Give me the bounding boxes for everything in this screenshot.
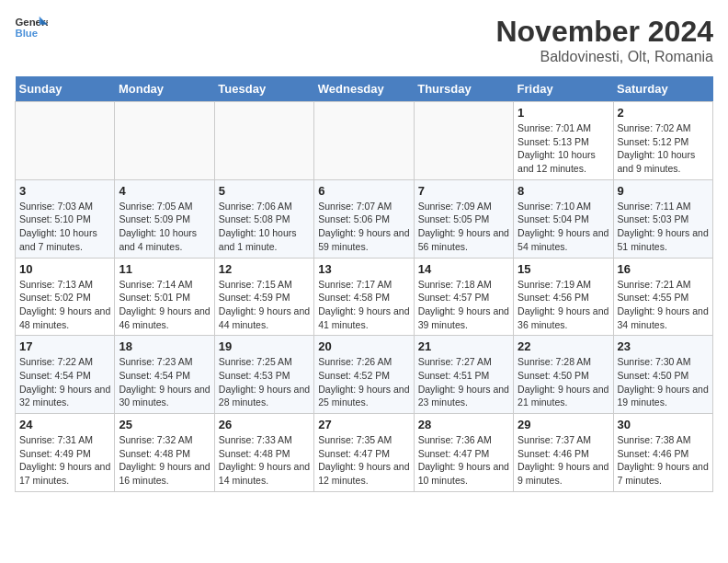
day-info: Sunrise: 7:35 AM Sunset: 4:47 PM Dayligh… (318, 433, 409, 488)
calendar-cell: 7Sunrise: 7:09 AM Sunset: 5:05 PM Daylig… (414, 179, 513, 258)
day-info: Sunrise: 7:33 AM Sunset: 4:48 PM Dayligh… (219, 433, 310, 488)
day-number: 2 (618, 106, 709, 120)
day-number: 27 (318, 418, 409, 431)
day-info: Sunrise: 7:19 AM Sunset: 4:56 PM Dayligh… (518, 278, 609, 332)
calendar-table: SundayMondayTuesdayWednesdayThursdayFrid… (15, 76, 713, 492)
calendar-cell (414, 102, 513, 180)
calendar-cell: 10Sunrise: 7:13 AM Sunset: 5:02 PM Dayli… (16, 258, 115, 336)
calendar-cell: 11Sunrise: 7:14 AM Sunset: 5:01 PM Dayli… (115, 258, 214, 336)
calendar-cell (115, 102, 214, 180)
day-number: 23 (618, 339, 709, 353)
calendar-cell: 24Sunrise: 7:31 AM Sunset: 4:49 PM Dayli… (16, 414, 115, 492)
calendar-week-1: 1Sunrise: 7:01 AM Sunset: 5:13 PM Daylig… (16, 102, 713, 180)
day-number: 1 (518, 106, 609, 120)
calendar-cell (214, 102, 313, 180)
day-header-friday: Friday (514, 76, 613, 102)
day-header-sunday: Sunday (16, 76, 115, 102)
calendar-week-5: 24Sunrise: 7:31 AM Sunset: 4:49 PM Dayli… (16, 414, 713, 492)
day-number: 5 (219, 184, 310, 198)
day-number: 19 (219, 339, 310, 353)
day-info: Sunrise: 7:10 AM Sunset: 5:04 PM Dayligh… (518, 200, 609, 254)
day-number: 28 (418, 418, 509, 431)
calendar-cell: 22Sunrise: 7:28 AM Sunset: 4:50 PM Dayli… (514, 336, 613, 414)
day-info: Sunrise: 7:26 AM Sunset: 4:52 PM Dayligh… (318, 355, 409, 409)
day-info: Sunrise: 7:03 AM Sunset: 5:10 PM Dayligh… (19, 200, 110, 254)
day-info: Sunrise: 7:11 AM Sunset: 5:03 PM Dayligh… (618, 200, 709, 254)
day-info: Sunrise: 7:23 AM Sunset: 4:54 PM Dayligh… (119, 355, 210, 409)
day-info: Sunrise: 7:36 AM Sunset: 4:47 PM Dayligh… (418, 433, 509, 488)
day-info: Sunrise: 7:05 AM Sunset: 5:09 PM Dayligh… (119, 200, 210, 254)
day-number: 8 (518, 184, 609, 198)
calendar-cell: 4Sunrise: 7:05 AM Sunset: 5:09 PM Daylig… (115, 179, 214, 258)
day-info: Sunrise: 7:22 AM Sunset: 4:54 PM Dayligh… (19, 355, 110, 409)
logo-icon: General Blue (15, 15, 48, 40)
day-header-wednesday: Wednesday (314, 76, 414, 102)
day-info: Sunrise: 7:28 AM Sunset: 4:50 PM Dayligh… (518, 355, 609, 409)
day-info: Sunrise: 7:02 AM Sunset: 5:12 PM Dayligh… (618, 121, 709, 176)
day-number: 24 (19, 418, 110, 431)
calendar-cell: 3Sunrise: 7:03 AM Sunset: 5:10 PM Daylig… (16, 179, 115, 258)
calendar-cell: 1Sunrise: 7:01 AM Sunset: 5:13 PM Daylig… (514, 102, 613, 180)
calendar-cell: 16Sunrise: 7:21 AM Sunset: 4:55 PM Dayli… (613, 258, 712, 336)
day-info: Sunrise: 7:38 AM Sunset: 4:46 PM Dayligh… (618, 433, 709, 488)
day-number: 10 (19, 262, 110, 276)
day-number: 18 (119, 339, 210, 353)
calendar-cell: 13Sunrise: 7:17 AM Sunset: 4:58 PM Dayli… (314, 258, 414, 336)
day-number: 22 (518, 339, 609, 353)
calendar-cell: 29Sunrise: 7:37 AM Sunset: 4:46 PM Dayli… (514, 414, 613, 492)
calendar-cell: 21Sunrise: 7:27 AM Sunset: 4:51 PM Dayli… (414, 336, 513, 414)
calendar-cell: 12Sunrise: 7:15 AM Sunset: 4:59 PM Dayli… (214, 258, 313, 336)
day-number: 6 (318, 184, 409, 198)
calendar-cell: 6Sunrise: 7:07 AM Sunset: 5:06 PM Daylig… (314, 179, 414, 258)
calendar-cell: 23Sunrise: 7:30 AM Sunset: 4:50 PM Dayli… (613, 336, 712, 414)
calendar-cell: 14Sunrise: 7:18 AM Sunset: 4:57 PM Dayli… (414, 258, 513, 336)
month-title: November 2024 (495, 15, 713, 49)
day-info: Sunrise: 7:09 AM Sunset: 5:05 PM Dayligh… (418, 200, 509, 254)
day-header-saturday: Saturday (613, 76, 712, 102)
calendar-cell: 5Sunrise: 7:06 AM Sunset: 5:08 PM Daylig… (214, 179, 313, 258)
day-info: Sunrise: 7:18 AM Sunset: 4:57 PM Dayligh… (418, 278, 509, 332)
day-number: 12 (219, 262, 310, 276)
day-info: Sunrise: 7:15 AM Sunset: 4:59 PM Dayligh… (219, 278, 310, 332)
calendar-cell (314, 102, 414, 180)
day-number: 30 (618, 418, 709, 431)
calendar-week-2: 3Sunrise: 7:03 AM Sunset: 5:10 PM Daylig… (16, 179, 713, 258)
day-info: Sunrise: 7:06 AM Sunset: 5:08 PM Dayligh… (219, 200, 310, 254)
calendar-cell: 18Sunrise: 7:23 AM Sunset: 4:54 PM Dayli… (115, 336, 214, 414)
day-info: Sunrise: 7:17 AM Sunset: 4:58 PM Dayligh… (318, 278, 409, 332)
day-info: Sunrise: 7:27 AM Sunset: 4:51 PM Dayligh… (418, 355, 509, 409)
calendar-cell: 2Sunrise: 7:02 AM Sunset: 5:12 PM Daylig… (613, 102, 712, 180)
calendar-cell: 9Sunrise: 7:11 AM Sunset: 5:03 PM Daylig… (613, 179, 712, 258)
calendar-week-4: 17Sunrise: 7:22 AM Sunset: 4:54 PM Dayli… (16, 336, 713, 414)
day-number: 21 (418, 339, 509, 353)
day-info: Sunrise: 7:01 AM Sunset: 5:13 PM Dayligh… (518, 121, 609, 176)
day-header-monday: Monday (115, 76, 214, 102)
svg-text:Blue: Blue (16, 28, 39, 39)
day-header-thursday: Thursday (414, 76, 513, 102)
day-number: 13 (318, 262, 409, 276)
day-number: 15 (518, 262, 609, 276)
calendar-header-row: SundayMondayTuesdayWednesdayThursdayFrid… (16, 76, 713, 102)
day-info: Sunrise: 7:37 AM Sunset: 4:46 PM Dayligh… (518, 433, 609, 488)
calendar-cell: 30Sunrise: 7:38 AM Sunset: 4:46 PM Dayli… (613, 414, 712, 492)
calendar-cell: 17Sunrise: 7:22 AM Sunset: 4:54 PM Dayli… (16, 336, 115, 414)
day-number: 4 (119, 184, 210, 198)
page-header: General Blue November 2024 Baldovinesti,… (15, 15, 713, 65)
day-info: Sunrise: 7:21 AM Sunset: 4:55 PM Dayligh… (618, 278, 709, 332)
day-info: Sunrise: 7:14 AM Sunset: 5:01 PM Dayligh… (119, 278, 210, 332)
day-info: Sunrise: 7:30 AM Sunset: 4:50 PM Dayligh… (618, 355, 709, 409)
day-header-tuesday: Tuesday (214, 76, 313, 102)
day-number: 25 (119, 418, 210, 431)
day-info: Sunrise: 7:07 AM Sunset: 5:06 PM Dayligh… (318, 200, 409, 254)
day-number: 16 (618, 262, 709, 276)
calendar-cell: 25Sunrise: 7:32 AM Sunset: 4:48 PM Dayli… (115, 414, 214, 492)
calendar-cell: 28Sunrise: 7:36 AM Sunset: 4:47 PM Dayli… (414, 414, 513, 492)
calendar-cell: 26Sunrise: 7:33 AM Sunset: 4:48 PM Dayli… (214, 414, 313, 492)
day-number: 11 (119, 262, 210, 276)
logo: General Blue (15, 15, 48, 40)
day-info: Sunrise: 7:32 AM Sunset: 4:48 PM Dayligh… (119, 433, 210, 488)
calendar-cell: 27Sunrise: 7:35 AM Sunset: 4:47 PM Dayli… (314, 414, 414, 492)
day-number: 26 (219, 418, 310, 431)
day-number: 29 (518, 418, 609, 431)
day-info: Sunrise: 7:31 AM Sunset: 4:49 PM Dayligh… (19, 433, 110, 488)
